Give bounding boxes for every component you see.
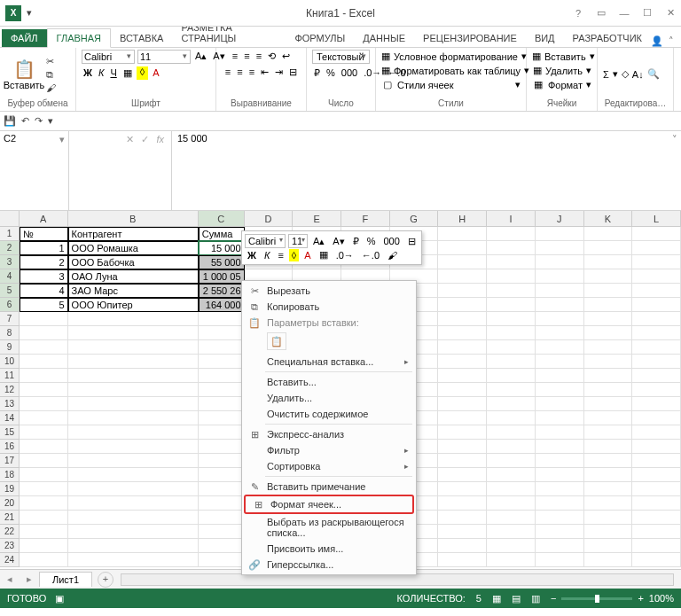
- cell[interactable]: [584, 241, 633, 255]
- cell[interactable]: [632, 468, 681, 482]
- cell[interactable]: [536, 397, 584, 411]
- cell[interactable]: [487, 326, 536, 340]
- cell[interactable]: [199, 369, 245, 383]
- cell[interactable]: [584, 482, 633, 496]
- cm-sort[interactable]: Сортировка▸: [242, 458, 416, 474]
- cell[interactable]: [536, 511, 584, 525]
- cell[interactable]: ООО Бабочка: [68, 255, 199, 269]
- cell[interactable]: [199, 425, 245, 440]
- cell[interactable]: [536, 525, 584, 539]
- view-page-icon[interactable]: ▤: [512, 593, 521, 604]
- cell[interactable]: [68, 496, 199, 511]
- row-header[interactable]: 3: [0, 255, 20, 269]
- cell[interactable]: [20, 355, 68, 369]
- cell[interactable]: 1: [20, 241, 68, 255]
- add-sheet-button[interactable]: +: [98, 572, 114, 588]
- cell[interactable]: [199, 440, 245, 454]
- cell[interactable]: [438, 241, 487, 255]
- cell[interactable]: ООО Ромашка: [68, 241, 199, 255]
- col-header[interactable]: E: [293, 211, 341, 226]
- cell[interactable]: [487, 425, 536, 440]
- cell[interactable]: [438, 440, 487, 454]
- align-right-icon[interactable]: ≡: [247, 66, 256, 79]
- find-icon[interactable]: 🔍: [647, 68, 660, 80]
- cell[interactable]: [199, 340, 245, 355]
- cell[interactable]: [632, 298, 681, 312]
- enter-formula-icon[interactable]: ✓: [141, 134, 149, 145]
- cell[interactable]: [20, 511, 68, 525]
- cell[interactable]: [20, 525, 68, 539]
- col-header[interactable]: J: [536, 211, 584, 226]
- cell[interactable]: [487, 227, 536, 241]
- mini-percent-icon[interactable]: %: [364, 235, 379, 247]
- mini-currency-icon[interactable]: ₽: [350, 235, 362, 248]
- cell[interactable]: 55 000: [199, 255, 245, 269]
- cell[interactable]: [199, 482, 245, 496]
- tab-file[interactable]: ФАЙЛ: [2, 29, 47, 47]
- cell[interactable]: [438, 369, 487, 383]
- collapse-ribbon-icon[interactable]: ˄: [669, 35, 674, 47]
- cell[interactable]: [536, 468, 584, 482]
- cell[interactable]: Контрагент: [68, 227, 199, 241]
- cm-dropdown-pick[interactable]: Выбрать из раскрывающегося списка...: [242, 514, 416, 541]
- cell[interactable]: [20, 340, 68, 355]
- paste-option-icon[interactable]: 📋: [267, 332, 286, 350]
- cell[interactable]: [584, 255, 633, 269]
- cell[interactable]: [584, 269, 633, 284]
- cell[interactable]: 2: [20, 255, 68, 269]
- cell[interactable]: [20, 539, 68, 553]
- mini-format-painter-icon[interactable]: 🖌: [385, 249, 400, 261]
- cell[interactable]: [584, 440, 633, 454]
- row-header[interactable]: 11: [0, 369, 20, 383]
- minimize-button[interactable]: —: [614, 4, 635, 22]
- cell[interactable]: [632, 269, 681, 284]
- cell[interactable]: [68, 454, 199, 468]
- mini-italic-icon[interactable]: К: [262, 249, 272, 261]
- cm-format-cells[interactable]: ⊞Формат ячеек...: [246, 496, 412, 512]
- sheet-nav-prev-icon[interactable]: ◂: [0, 573, 20, 585]
- col-header[interactable]: K: [584, 211, 633, 226]
- mini-fill-icon[interactable]: ◊: [289, 249, 299, 261]
- cell[interactable]: [584, 284, 633, 298]
- cell[interactable]: [199, 511, 245, 525]
- zoom-slider[interactable]: [561, 597, 632, 600]
- cell[interactable]: [584, 326, 633, 340]
- cell[interactable]: [536, 312, 584, 326]
- cell[interactable]: [438, 539, 487, 553]
- formula-input[interactable]: 15 000 ˅: [172, 131, 681, 210]
- cell[interactable]: [68, 397, 199, 411]
- cell[interactable]: [20, 553, 68, 567]
- increase-font-icon[interactable]: A▴: [193, 50, 208, 64]
- cell[interactable]: [20, 312, 68, 326]
- tab-review[interactable]: РЕЦЕНЗИРОВАНИЕ: [414, 29, 526, 47]
- comma-icon[interactable]: 000: [340, 66, 359, 80]
- name-box[interactable]: C2: [0, 131, 69, 210]
- cm-delete[interactable]: Удалить...: [242, 390, 416, 406]
- bold-button[interactable]: Ж: [82, 66, 94, 80]
- cell[interactable]: [632, 425, 681, 440]
- fill-color-button[interactable]: ◊: [137, 66, 148, 80]
- cells-insert-button[interactable]: ▦Вставить▾: [532, 50, 591, 63]
- font-name-combo[interactable]: Calibri: [82, 50, 135, 64]
- cell[interactable]: [536, 340, 584, 355]
- cm-hyperlink[interactable]: 🔗Гиперссылка...: [242, 557, 416, 573]
- row-header[interactable]: 4: [0, 269, 20, 284]
- col-header[interactable]: I: [487, 211, 536, 226]
- cell[interactable]: [68, 553, 199, 567]
- cell[interactable]: [536, 298, 584, 312]
- cancel-formula-icon[interactable]: ✕: [126, 134, 134, 145]
- row-header[interactable]: 22: [0, 525, 20, 539]
- format-painter-icon[interactable]: 🖌: [46, 82, 56, 93]
- number-format-combo[interactable]: Текстовый: [312, 50, 370, 64]
- cell[interactable]: [68, 326, 199, 340]
- mini-inc-dec-icon[interactable]: .0→: [333, 249, 356, 261]
- conditional-formatting-button[interactable]: ▦Условное форматирование▾: [381, 50, 521, 63]
- view-normal-icon[interactable]: ▦: [492, 593, 501, 604]
- col-header[interactable]: G: [390, 211, 439, 226]
- cell[interactable]: [487, 284, 536, 298]
- cell[interactable]: ООО Юпитер: [68, 298, 199, 312]
- cell[interactable]: [632, 227, 681, 241]
- cell[interactable]: [536, 454, 584, 468]
- autosum-icon[interactable]: Σ: [603, 69, 609, 80]
- zoom-level[interactable]: 100%: [649, 593, 674, 604]
